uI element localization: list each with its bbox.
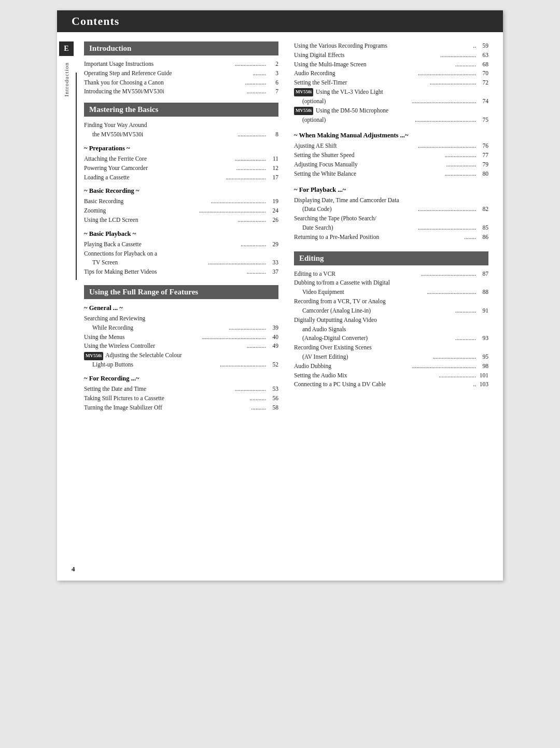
toc-entry: Connections for Playback on a	[84, 249, 278, 259]
subsection-for-recording: ~ For Recording ...~	[84, 375, 278, 383]
toc-entry: Camcorder (Analog Line-in)..............…	[294, 306, 488, 316]
toc-entry: Setting the Self-Timer..................…	[294, 78, 488, 88]
toc-entry: Loading a Cassette......................…	[84, 173, 278, 182]
page-number: 4	[72, 565, 75, 573]
mv-badge: MV550i	[294, 107, 313, 115]
side-tab-letter: E	[59, 41, 74, 56]
toc-entry: Recording from a VCR, TV or Analog	[294, 297, 488, 306]
subsection-preparations: ~ Preparations ~	[84, 145, 278, 152]
subsection-general: ~ General ... ~	[84, 304, 278, 312]
page-title: Contents	[57, 10, 503, 32]
toc-entry: Using the Wireless Controller...........…	[84, 342, 278, 351]
toc-entry: Displaying Date, Time and Camcorder Data	[294, 196, 488, 205]
toc-entry: Operating Step and Reference Guide......…	[84, 69, 278, 78]
toc-entry: Video Equipment.........................…	[294, 288, 488, 297]
main-content: Introduction Important Usage Instruction…	[57, 32, 503, 427]
subsection-manual-adjustments: ~ When Making Manual Adjustments ...~	[294, 132, 488, 139]
section-fullrange: Using the Full Range of Features	[84, 285, 278, 299]
toc-entry: Editing to a VCR........................…	[294, 270, 488, 279]
section-mastering: Mastering the Basics	[84, 103, 278, 117]
side-tab-intro-label: Introduction	[63, 62, 69, 96]
toc-entry: Light-up Buttons........................…	[84, 360, 278, 370]
section-introduction: Introduction	[84, 41, 278, 55]
toc-entry: Searching the Tape (Photo Search/	[294, 214, 488, 223]
toc-entry: TV Screen...............................…	[84, 258, 278, 267]
toc-entry: (optional)..............................…	[294, 116, 488, 125]
toc-entry: and Audio Signals	[294, 325, 488, 334]
toc-entry: Dubbing to/from a Cassette with Digital	[294, 278, 488, 288]
toc-entry: Tips for Making Better Videos...........…	[84, 267, 278, 277]
toc-entry: Powering Your Camcorder.................…	[84, 164, 278, 173]
toc-entry: the MV550i/MV530i...................8	[84, 130, 278, 139]
toc-entry: Setting the Date and Time...............…	[84, 385, 278, 394]
toc-entry: Connecting to a PC Using a DV Cable..103	[294, 380, 488, 389]
toc-entry: Ajusting AE Shift.......................…	[294, 142, 488, 151]
toc-entry: Returning to a Pre-Marked Position......…	[294, 233, 488, 242]
toc-entry: Thank you for Choosing a Canon..........…	[84, 78, 278, 88]
toc-entry: Taking Still Pictures to a Cassette.....…	[84, 394, 278, 403]
side-tab: E Introduction	[57, 41, 76, 96]
toc-entry: Recording Over Existing Scenes	[294, 343, 488, 352]
toc-entry: Using Digital Effects...................…	[294, 51, 488, 60]
subsection-basic-playback: ~ Basic Playback ~	[84, 230, 278, 238]
toc-entry: Using the Menus.........................…	[84, 333, 278, 342]
toc-entry: Using the Multi-Image Screen............…	[294, 60, 488, 69]
page: Contents E Introduction Introduction Imp…	[57, 10, 503, 581]
mv-badge: MV550i	[84, 352, 103, 360]
subsection-for-playback: ~ For Playback ...~	[294, 186, 488, 194]
toc-entry: Basic Recording.........................…	[84, 197, 278, 206]
toc-entry: Setting the White Balance...............…	[294, 170, 488, 179]
toc-entry: (AV Insert Editing).....................…	[294, 352, 488, 362]
toc-entry: Date Search)............................…	[294, 223, 488, 233]
toc-entry: Introducing the MV550i/MV530i...........…	[84, 87, 278, 96]
mv-badge: MV550i	[294, 88, 313, 96]
toc-entry: Zooming.................................…	[84, 206, 278, 216]
left-column: Introduction Important Usage Instruction…	[84, 41, 278, 412]
toc-entry: Audio Dubbing...........................…	[294, 362, 488, 371]
toc-entry: Setting the Shutter Speed...............…	[294, 151, 488, 160]
toc-entry: Setting the Audio Mix...................…	[294, 371, 488, 380]
toc-entry: Digitally Outputting Analog Video	[294, 316, 488, 325]
toc-entry: MV550i Using the VL-3 Video Light	[294, 88, 488, 97]
right-column: Using the Various Recording Programs..59…	[294, 41, 488, 412]
toc-entry: While Recording.........................…	[84, 323, 278, 333]
toc-entry: (Data Code).............................…	[294, 205, 488, 214]
toc-entry: Using the Various Recording Programs..59	[294, 41, 488, 51]
toc-entry: Playing Back a Cassette.................…	[84, 240, 278, 249]
subsection-basic-recording: ~ Basic Recording ~	[84, 187, 278, 195]
toc-entry: Turning the Image Stabilizer Off........…	[84, 403, 278, 413]
toc-entry: Searching and Reviewing	[84, 314, 278, 323]
toc-entry: Audio Recording.........................…	[294, 69, 488, 78]
toc-entry: Attaching the Ferrite Core..............…	[84, 154, 278, 164]
toc-entry: (optional)..............................…	[294, 97, 488, 106]
toc-entry: (Analog-Digital Converter)..............…	[294, 334, 488, 343]
toc-entry: Finding Your Way Around	[84, 121, 278, 130]
toc-entry: Using the LCD Screen...................2…	[84, 216, 278, 225]
toc-entry: Important Usage Instructions............…	[84, 60, 278, 69]
section-editing: Editing	[294, 251, 488, 265]
toc-entry: MV550i Adjusting the Selectable Colour	[84, 351, 278, 360]
toc-entry: MV550i Using the DM-50 Microphone	[294, 106, 488, 116]
toc-entry: Adjusting Focus Manually................…	[294, 160, 488, 170]
